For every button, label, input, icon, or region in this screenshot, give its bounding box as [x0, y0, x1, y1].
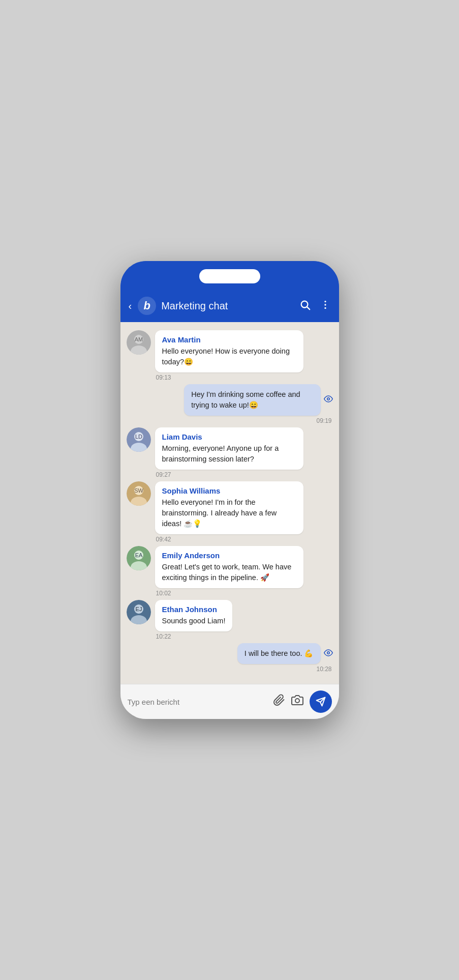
- phone-frame: ‹ b Marketing chat: [120, 261, 339, 719]
- message-timestamp: 10:28: [316, 666, 332, 673]
- svg-point-27: [295, 699, 299, 703]
- phone-top-bar: [120, 261, 339, 292]
- avatar: SW: [127, 481, 151, 506]
- sender-name: Ethan Johnson: [162, 605, 226, 614]
- message-group: SW Sophia Williams Hello everyone! I'm i…: [127, 481, 333, 543]
- message-bubble-own: I will be there too. 💪: [237, 643, 321, 664]
- svg-text:LD: LD: [135, 434, 142, 440]
- svg-point-9: [327, 398, 329, 400]
- message-group: EJ Ethan Johnson Sounds good Liam! 10:22: [127, 600, 333, 640]
- svg-point-4: [324, 307, 326, 308]
- message-text: Hey I'm drinking some coffee and trying …: [191, 389, 313, 411]
- svg-text:EJ: EJ: [135, 606, 142, 612]
- read-receipt-icon: [324, 394, 333, 406]
- sender-name: Sophia Williams: [162, 486, 296, 495]
- message-bubble: Liam Davis Morning, everyone! Anyone up …: [155, 427, 303, 470]
- input-bar: [120, 684, 339, 719]
- message-group-own: Hey I'm drinking some coffee and trying …: [127, 384, 333, 424]
- own-bubble-row: I will be there too. 💪: [237, 643, 333, 664]
- notch: [199, 269, 260, 283]
- header-actions: [299, 299, 331, 313]
- more-options-icon[interactable]: [320, 299, 331, 313]
- back-button[interactable]: ‹: [129, 300, 132, 312]
- search-icon[interactable]: [299, 299, 311, 313]
- message-timestamp: 09:19: [316, 417, 332, 424]
- sender-name: Ava Martin: [162, 335, 296, 344]
- message-content: Sophia Williams Hello everyone! I'm in f…: [155, 481, 303, 543]
- app-logo: b: [138, 297, 156, 315]
- own-bubble-row: Hey I'm drinking some coffee and trying …: [184, 384, 332, 416]
- message-content-own: Hey I'm drinking some coffee and trying …: [184, 384, 332, 424]
- message-content-own: I will be there too. 💪 10:28: [237, 643, 333, 673]
- sender-name: Liam Davis: [162, 433, 296, 441]
- svg-point-26: [327, 651, 329, 654]
- message-content: Emily Anderson Great! Let's get to work,…: [155, 546, 303, 597]
- message-content: Ethan Johnson Sounds good Liam! 10:22: [155, 600, 233, 640]
- svg-text:SW: SW: [134, 487, 143, 494]
- svg-point-3: [324, 304, 326, 305]
- message-text: I will be there too. 💪: [244, 648, 314, 659]
- message-text: Sounds good Liam!: [162, 616, 226, 626]
- avatar: AM: [127, 330, 151, 355]
- message-bubble: Sophia Williams Hello everyone! I'm in f…: [155, 481, 303, 534]
- svg-text:AM: AM: [134, 336, 143, 342]
- svg-point-2: [324, 300, 326, 302]
- message-text: Morning, everyone! Anyone up for a brain…: [162, 443, 296, 465]
- message-group: LD Liam Davis Morning, everyone! Anyone …: [127, 427, 333, 478]
- read-receipt-icon: [324, 648, 333, 659]
- message-bubble: Ava Martin Hello everyone! How is everyo…: [155, 330, 303, 372]
- message-timestamp: 10:22: [155, 633, 233, 640]
- message-timestamp: 10:02: [155, 590, 303, 597]
- message-group-own: I will be there too. 💪 10:28: [127, 643, 333, 673]
- chat-title: Marketing chat: [161, 300, 294, 312]
- message-input[interactable]: [128, 698, 267, 706]
- message-content: Liam Davis Morning, everyone! Anyone up …: [155, 427, 303, 478]
- avatar: EA: [127, 546, 151, 570]
- message-timestamp: 09:27: [155, 471, 303, 478]
- message-timestamp: 09:13: [155, 374, 303, 381]
- message-group: EA Emily Anderson Great! Let's get to wo…: [127, 546, 333, 597]
- message-timestamp: 09:42: [155, 536, 303, 543]
- message-content: Ava Martin Hello everyone! How is everyo…: [155, 330, 303, 381]
- message-bubble-own: Hey I'm drinking some coffee and trying …: [184, 384, 320, 416]
- message-text: Hello everyone! I'm in for the brainstor…: [162, 497, 296, 529]
- sender-name: Emily Anderson: [162, 551, 296, 560]
- svg-line-1: [307, 307, 310, 309]
- chat-area: AM Ava Martin Hello everyone! How is eve…: [120, 322, 339, 684]
- avatar: LD: [127, 427, 151, 452]
- message-bubble: Emily Anderson Great! Let's get to work,…: [155, 546, 303, 588]
- attachment-icon[interactable]: [273, 694, 285, 709]
- svg-point-0: [301, 301, 308, 307]
- message-text: Great! Let's get to work, team. We have …: [162, 562, 296, 583]
- message-bubble: Ethan Johnson Sounds good Liam!: [155, 600, 233, 631]
- send-button[interactable]: [310, 690, 332, 713]
- chat-header: ‹ b Marketing chat: [120, 292, 339, 322]
- svg-text:EA: EA: [135, 552, 142, 558]
- message-group: AM Ava Martin Hello everyone! How is eve…: [127, 330, 333, 381]
- avatar: EJ: [127, 600, 151, 624]
- message-text: Hello everyone! How is everyone doing to…: [162, 346, 296, 367]
- camera-icon[interactable]: [291, 694, 303, 709]
